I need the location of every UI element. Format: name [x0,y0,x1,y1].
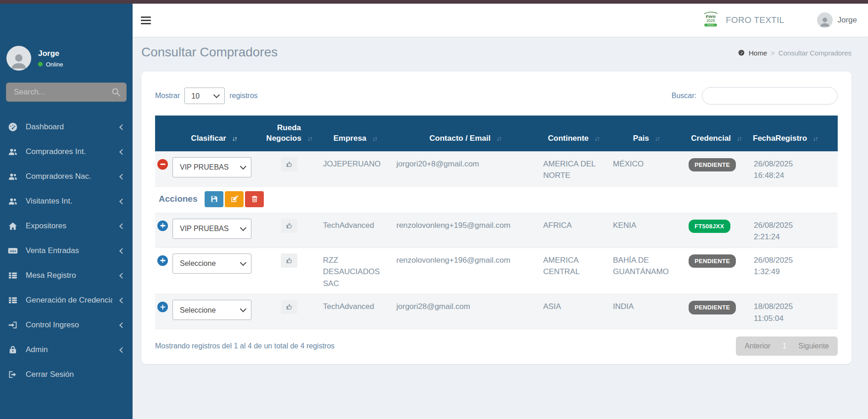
users-icon [8,147,18,157]
thumbs-up-button[interactable] [281,254,297,268]
pagination-next-button[interactable]: Siguiente [792,338,835,354]
online-status-dot [38,62,43,66]
chevron-left-icon [119,298,125,303]
sidebar-item-generaci-n-de-credenciales[interactable]: Generación de Credenciales [0,288,133,313]
thumbs-up-button[interactable] [281,300,297,314]
column-header-credencial[interactable]: Credencial ↓↑ [684,116,748,151]
sidebar-search-input[interactable] [6,83,127,102]
navbar-user-name: Jorge [837,16,857,25]
sort-icon: ↓↑ [813,135,818,142]
acciones-label: Acciones [159,193,197,206]
top-strip [0,0,868,4]
clasificar-select[interactable]: Seleccione [172,300,251,320]
table-row: VIP PRUEBAS TechAdvanced renzolovonleng+… [155,213,838,248]
svg-text:TEXTIL: TEXTIL [707,24,714,26]
sidebar-user-panel: Jorge Online [0,37,133,71]
column-header-contacto-email[interactable]: Contacto / Email ↓↑ [392,116,539,151]
table-info: Mostrando registros del 1 al 4 de un tot… [155,342,334,350]
sidebar-item-visitantes-int[interactable]: Visitantes Int. [0,189,133,214]
chevron-left-icon [119,149,125,155]
sidebar-item-dashboard[interactable]: Dashboard [0,115,133,139]
continente-cell: AMERICA CENTRAL [539,248,608,294]
navbar-user-menu[interactable]: Jorge [817,12,857,28]
sidebar-item-expositores[interactable]: Expositores [0,214,133,238]
foro-textil-logo-icon: Foro2025TEXTIL [701,10,720,31]
svg-text:Foro: Foro [706,14,715,19]
edit-icon [230,195,239,203]
sidebar-item-mesa-registro[interactable]: Mesa Registro [0,263,133,288]
sort-icon: ↓↑ [737,135,741,142]
sign-in-icon [8,320,18,330]
collapse-row-button[interactable] [157,159,168,170]
pagination-previous-button[interactable]: Anterior [739,338,776,354]
page-size-select[interactable]: 10 [184,88,225,104]
credit-card-icon: VISA [8,246,18,256]
expand-row-button[interactable] [157,302,168,312]
empresa-cell: JOJEPERUANO [318,151,392,186]
breadcrumb-separator: > [771,49,775,57]
thumbs-up-button[interactable] [281,219,297,233]
sidebar-logo-area [0,4,133,37]
thumbs-up-icon [285,222,293,230]
clasificar-select[interactable]: VIP PRUEBAS [172,157,251,177]
sidebar-item-compradores-nac[interactable]: Compradores Nac. [0,164,133,189]
table-body: VIP PRUEBAS JOJEPERUANO jorgori20+8@gmai… [155,151,838,329]
column-header-rueda-negocios[interactable]: Rueda Negocios ↓↑ [260,116,318,151]
thumbs-up-icon [285,160,293,168]
table-row: Seleccione TechAdvanced jorgori28@gmail.… [155,294,838,329]
thumbs-up-button[interactable] [281,157,297,171]
page-title: Consultar Compradores [141,45,278,60]
column-header-empresa[interactable]: Empresa ↓↑ [318,116,392,151]
consultar-compradores-card: Mostrar 10 registros Buscar: [141,72,851,364]
brand-name: FORO TEXTIL [726,15,785,25]
hamburger-menu-icon[interactable] [141,17,153,24]
person-icon [9,50,29,71]
sidebar: Jorge Online Dashboard Compradores Int. … [0,4,133,419]
chevron-left-icon [119,124,125,130]
expand-row-button[interactable] [157,221,168,231]
email-cell: jorgori28@gmail.com [392,294,539,329]
sort-icon: ↓↑ [496,135,501,142]
users-icon [8,196,18,206]
expand-row-button[interactable] [157,255,168,266]
chevron-left-icon [119,347,125,353]
list-icon [8,270,18,281]
pagination-page-1[interactable]: 1 [776,338,792,354]
empresa-cell: TechAdvanced [318,294,392,329]
column-header-clasificar[interactable]: Clasificar ↓↑ [168,116,260,151]
pais-cell: KENIA [608,213,684,248]
sidebar-item-cerrar-sesi-n[interactable]: Cerrar Sesión [0,362,133,387]
sidebar-item-venta-entradas[interactable]: VISA Venta Entradas [0,238,133,263]
table-row: Seleccione RZZ DESAUCIADOS SAC renzolovo… [155,248,838,294]
online-status-label: Online [46,61,63,68]
delete-button[interactable] [245,191,264,207]
sidebar-item-compradores-int[interactable]: Compradores Int. [0,139,133,164]
buscar-label: Buscar: [672,92,696,100]
clasificar-select[interactable]: VIP PRUEBAS [172,219,251,239]
lock-icon [8,345,18,355]
clasificar-select[interactable]: Seleccione [172,254,251,274]
column-header-pais[interactable]: Pais ↓↑ [608,116,684,151]
sidebar-item-control-ingreso[interactable]: Control Ingreso [0,313,133,337]
sidebar-menu: Dashboard Compradores Int. Compradores N… [0,115,133,387]
pais-cell: BAHÍA DE GUANTÁNAMO [608,248,684,294]
sidebar-item-admin[interactable]: Admin [0,337,133,362]
mostrar-label: Mostrar [155,92,180,100]
email-cell: renzolovonleng+195@gmail.com [392,213,539,248]
svg-text:2025: 2025 [707,18,715,23]
save-button[interactable] [205,191,223,207]
registros-label: registros [229,92,257,100]
edit-button[interactable] [225,191,244,207]
empresa-cell: RZZ DESAUCIADOS SAC [318,248,392,294]
column-header-fecharegistro[interactable]: FechaRegistro ↓↑ [748,116,838,151]
buscar-input[interactable] [702,87,838,105]
sidebar-search [6,83,127,102]
fecha-cell: 26/08/2025 16:48:24 [748,151,838,186]
breadcrumb-home-link[interactable]: Home [749,49,767,57]
search-icon[interactable] [111,87,121,97]
acciones-row: Acciones [155,186,838,213]
column-header-continente[interactable]: Continente ↓↑ [539,116,608,151]
brand-link[interactable]: Foro2025TEXTIL FORO TEXTIL [701,10,785,31]
sort-icon: ↓↑ [655,135,659,142]
pagination: Anterior 1 Siguiente [736,336,838,356]
